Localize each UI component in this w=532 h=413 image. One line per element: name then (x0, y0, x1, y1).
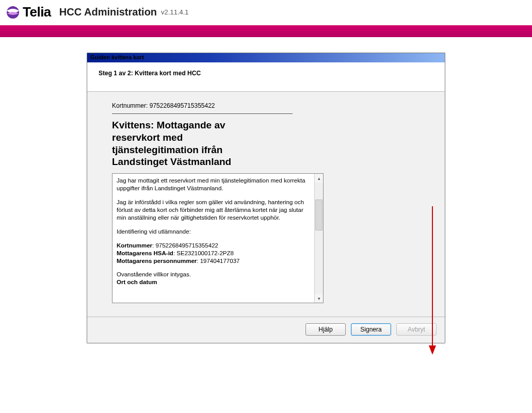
telia-logo-icon (6, 6, 20, 19)
hsa-label: Mottagarens HSA-id (117, 250, 173, 256)
scroll-thumb[interactable] (315, 200, 323, 230)
hsa-value: SE2321000172-2PZ8 (176, 250, 234, 256)
scroll-down-icon[interactable]: ▾ (315, 294, 323, 303)
scrollbar[interactable]: ▴ ▾ (314, 174, 323, 303)
sign-button[interactable]: Signera (351, 323, 391, 336)
brand-name: Telia (23, 4, 51, 20)
card-number-value: 9752268495715355422 (150, 102, 215, 109)
receipt-place-date: Ort och datum (117, 279, 157, 285)
card-number-label: Kortnummer: (112, 102, 148, 109)
receipt-panel: Jag har mottagit ett reservkort med min … (112, 173, 324, 303)
wizard-step-header: Steg 1 av 2: Kvittera kort med HCC (87, 62, 445, 92)
card-number-row: Kortnummer: 9752268495715355422 (112, 102, 429, 109)
cancel-button: Avbryt (396, 323, 437, 336)
kortnummer-label: Kortnummer (117, 242, 152, 249)
receipt-paragraph-1: Jag har mottagit ett reservkort med min … (117, 177, 310, 192)
header-band (0, 25, 532, 37)
wizard-footer: Hjälp Signera Avbryt (87, 317, 445, 343)
pn-value: 197404177037 (200, 258, 240, 264)
receipt-text: Jag har mottagit ett reservkort med min … (112, 174, 314, 303)
pn-label: Mottagarens personnummer (117, 258, 197, 264)
receipt-heading: Kvittens: Mottagande av reservkort med t… (112, 119, 267, 168)
receipt-id-block: Kortnummer: 9752268495715355422 Mottagar… (117, 242, 310, 265)
app-title: HCC Administration (59, 6, 157, 18)
receipt-paragraph-2: Jag är införstådd i vilka regler som gäl… (117, 199, 310, 222)
receipt-id-heading: Identifiering vid utlämnande: (117, 228, 310, 236)
app-version: v2.11.4.1 (161, 8, 189, 16)
scroll-up-icon[interactable]: ▴ (315, 174, 323, 183)
help-button[interactable]: Hjälp (305, 323, 346, 336)
receipt-confirm: Ovanstående villkor intygas. (117, 271, 310, 278)
wizard-step-label: Steg 1 av 2: Kvittera kort med HCC (99, 70, 433, 77)
wizard-dialog: Guiden kvittera kort Steg 1 av 2: Kvitte… (87, 53, 445, 343)
kortnummer-value: 9752268495715355422 (155, 242, 218, 249)
wizard-titlebar: Guiden kvittera kort (87, 53, 445, 62)
svg-marker-2 (429, 345, 436, 355)
divider (112, 113, 293, 114)
app-header: Telia HCC Administration v2.11.4.1 (0, 0, 532, 25)
wizard-body: Kortnummer: 9752268495715355422 Kvittens… (87, 92, 445, 307)
